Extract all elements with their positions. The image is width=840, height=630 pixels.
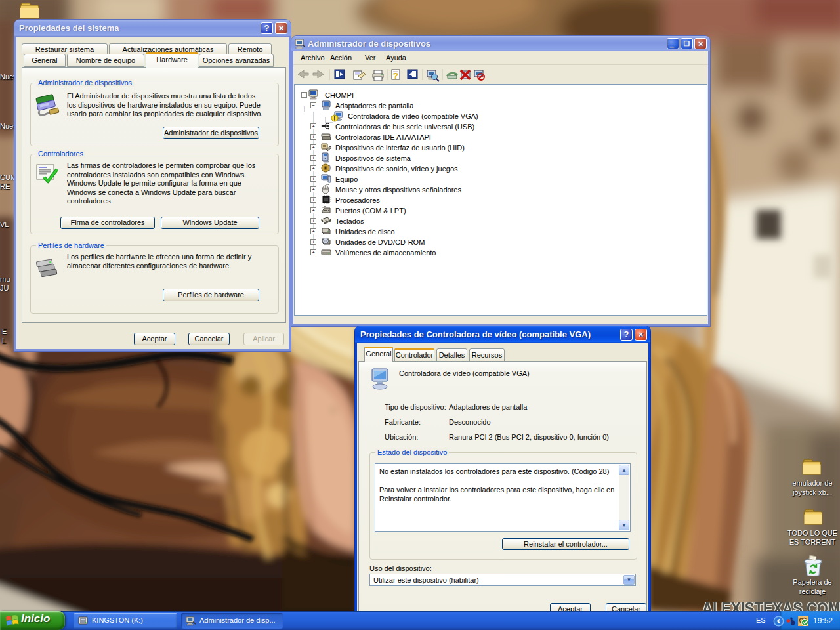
svg-text:?: ?	[393, 71, 398, 81]
